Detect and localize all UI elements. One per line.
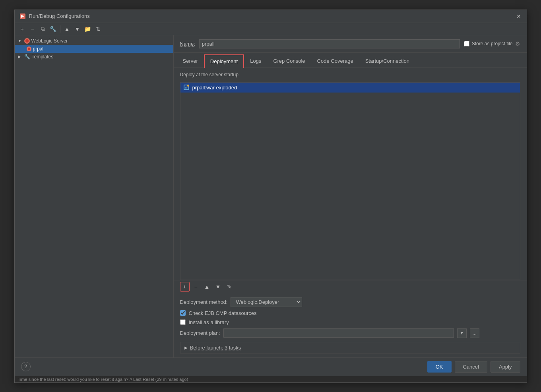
templates-label: Templates — [32, 54, 54, 60]
sidebar-item-prpall[interactable]: prpall — [15, 45, 173, 53]
status-text: Time since the last reset: would you lik… — [18, 377, 188, 382]
weblogic-server-icon — [24, 38, 30, 44]
deploy-add-button[interactable]: + — [180, 282, 190, 292]
deploy-down-button[interactable]: ▼ — [213, 282, 223, 292]
check-ejb-label: Check EJB CMP datasources — [189, 310, 257, 316]
tab-startup[interactable]: Startup/Connection — [359, 54, 415, 68]
deploy-list: W prpall:war exploded — [180, 82, 520, 280]
prpall-label: prpall — [33, 46, 45, 52]
bottom-actions: OK Cancel Apply — [427, 361, 520, 373]
cancel-button[interactable]: Cancel — [455, 361, 487, 373]
tab-deployment[interactable]: Deployment — [204, 54, 244, 68]
sidebar-item-weblogic[interactable]: ▼ WebLogic Server — [15, 37, 173, 45]
store-row: Store as project file ⚙ — [464, 41, 520, 47]
settings-config-button[interactable]: 🔧 — [49, 25, 58, 33]
move-up-button[interactable]: ▲ — [63, 25, 72, 33]
folder-button[interactable]: 📁 — [83, 25, 92, 33]
dialog-title: Run/Debug Configurations — [29, 13, 90, 19]
deploy-remove-button[interactable]: − — [191, 282, 201, 292]
deploy-item-label: prpall:war exploded — [192, 85, 237, 91]
deploy-section: Deploy at the server startup — [174, 68, 527, 82]
prpall-icon — [27, 46, 31, 51]
tabs-bar: Server Deployment Logs Grep Console Code… — [174, 53, 527, 68]
close-button[interactable]: ✕ — [516, 13, 522, 19]
name-row: Name: Store as project file ⚙ — [174, 35, 527, 53]
tab-server[interactable]: Server — [177, 54, 204, 68]
run-debug-dialog: Run/Debug Configurations ✕ + − ⧉ 🔧 ▲ ▼ 📁… — [14, 10, 527, 383]
title-bar: Run/Debug Configurations ✕ — [15, 10, 527, 23]
install-library-row: Install as a library — [180, 319, 520, 325]
method-label: Deployment method: — [180, 299, 228, 305]
install-library-label: Install as a library — [189, 319, 229, 325]
remove-config-button[interactable]: − — [28, 25, 37, 33]
move-down-button[interactable]: ▼ — [73, 25, 82, 33]
tab-grep-console[interactable]: Grep Console — [267, 54, 311, 68]
weblogic-label: WebLogic Server — [31, 38, 68, 44]
dialog-icon — [19, 13, 26, 19]
tab-code-coverage[interactable]: Code Coverage — [311, 54, 359, 68]
deploy-up-button[interactable]: ▲ — [202, 282, 212, 292]
options-section: Deployment method: Weblogic.Deployer InP… — [174, 293, 527, 342]
wrench-icon: 🔧 — [24, 54, 30, 60]
plan-dropdown-button[interactable]: ▼ — [457, 328, 467, 338]
plan-label: Deployment plan: — [180, 330, 220, 336]
method-row: Deployment method: Weblogic.Deployer InP… — [180, 297, 520, 307]
sidebar: ▼ WebLogic Server prpall ▶ 🔧 Templates — [15, 35, 174, 357]
bottom-bar: ? OK Cancel Apply — [15, 357, 527, 376]
tree-expand-arrow: ▼ — [18, 39, 23, 43]
deploy-list-item[interactable]: W prpall:war exploded — [180, 83, 520, 93]
apply-button[interactable]: Apply — [491, 361, 520, 373]
before-launch-label: Before launch: 3 tasks — [190, 345, 241, 351]
main-content: ▼ WebLogic Server prpall ▶ 🔧 Templates — [15, 35, 527, 357]
before-launch-header[interactable]: ▶ Before launch: 3 tasks — [184, 345, 516, 351]
check-ejb-checkbox[interactable] — [180, 310, 186, 316]
store-project-checkbox[interactable] — [464, 41, 469, 46]
store-project-label: Store as project file — [472, 41, 513, 46]
copy-config-button[interactable]: ⧉ — [39, 25, 47, 33]
name-input[interactable] — [199, 39, 460, 48]
method-select[interactable]: Weblogic.Deployer InPlace — [231, 297, 302, 307]
add-config-button[interactable]: + — [18, 25, 27, 33]
before-launch-section: ▶ Before launch: 3 tasks — [180, 342, 520, 353]
name-label: Name: — [180, 41, 195, 47]
sidebar-item-templates[interactable]: ▶ 🔧 Templates — [15, 53, 173, 61]
status-bar: Time since the last reset: would you lik… — [15, 376, 527, 382]
plan-row: Deployment plan: ▼ … — [180, 328, 520, 338]
tab-logs[interactable]: Logs — [244, 54, 267, 68]
help-button[interactable]: ? — [21, 362, 31, 371]
deploy-list-toolbar: + − ▲ ▼ ✎ — [174, 280, 527, 293]
plan-browse-button[interactable]: … — [470, 328, 479, 338]
title-bar-left: Run/Debug Configurations — [19, 13, 90, 19]
deploy-edit-button[interactable]: ✎ — [225, 282, 234, 292]
toolbar-divider-1 — [60, 25, 60, 33]
war-exploded-icon: W — [184, 85, 189, 90]
before-launch-arrow: ▶ — [184, 346, 188, 350]
tab-content-deployment: Deploy at the server startup W prpall:wa… — [174, 68, 527, 357]
ok-button[interactable]: OK — [427, 361, 452, 373]
templates-arrow: ▶ — [18, 54, 23, 59]
check-ejb-row: Check EJB CMP datasources — [180, 310, 520, 316]
install-library-checkbox[interactable] — [180, 319, 186, 325]
deploy-at-startup-label: Deploy at the server startup — [180, 72, 520, 77]
store-gear-icon[interactable]: ⚙ — [515, 41, 520, 47]
right-panel: Name: Store as project file ⚙ Server Dep… — [174, 35, 527, 357]
toolbar: + − ⧉ 🔧 ▲ ▼ 📁 ⇅ — [15, 23, 527, 35]
sort-button[interactable]: ⇅ — [94, 25, 103, 33]
plan-input[interactable] — [223, 328, 454, 338]
